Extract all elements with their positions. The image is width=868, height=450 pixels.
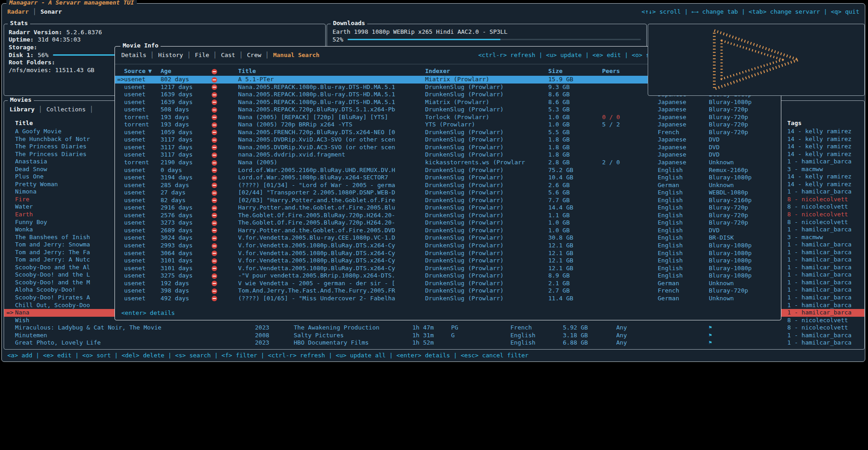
tab-history[interactable]: History [158,52,183,58]
release-row[interactable]: usenet2916 daysHarry.Potter.and.the.Gobl… [115,204,781,212]
release-quality: WEBDL-1080p [709,189,781,197]
release-title: Nana.2005.DVDRip.XviD.AC3-SVO (or other … [238,144,425,152]
tab-crew[interactable]: Crew [247,52,261,58]
movie-quality-profile: Any [616,324,709,332]
release-row[interactable]: usenet508 daysNana.2005.REPACK.720p.BluR… [115,106,781,114]
app-title: Managarr - A Servarr management TUI [6,0,137,6]
movie-studio: The Awakening Production [294,324,412,332]
bottom-keybindings: <a> add | <e> edit | <o> sort | <del> de… [7,352,529,359]
release-row[interactable]: usenet3194 daysLord.of.War.2005.1080p.Bl… [115,174,781,182]
movie-tags: 1 - hamilcar_barca [787,286,864,294]
tab-details[interactable]: Details [121,52,146,58]
release-row[interactable]: usenet3101 daysV.for.Vendetta.2005.1080p… [115,257,781,265]
column-indexer[interactable]: Indexer [425,68,548,75]
release-row[interactable]: torrent2190 daysNana (2005)kickasstorren… [115,159,781,167]
release-row[interactable]: usenet2689 daysHarry.Potter.and.the.Gobl… [115,227,781,235]
release-quality: Bluray-720p [709,287,781,295]
release-row[interactable]: usenet3273 daysThe.Goblet.Of.Fire.2005.B… [115,219,781,227]
library-row[interactable]: Miraculous: Ladybug & Cat Noir, The Movi… [4,324,864,332]
column-source[interactable]: Source▼ [124,68,161,75]
release-row[interactable]: usenet3064 daysV.for.Vendetta.2005.1080p… [115,250,781,257]
release-source: usenet [124,280,161,288]
movie-tags: 8 - nicolecolvett [787,211,864,219]
release-quality: Unknown [709,280,781,288]
release-source: usenet [124,295,161,303]
release-row[interactable]: usenet3024 daysV.for.Vendetta.2005.Blu-r… [115,234,781,242]
release-row[interactable]: usenet192 daysV wie Vendetta - 2005 - ge… [115,280,781,288]
movie-runtime: 1h 52m [412,339,451,347]
movie-year: 2023 [255,339,294,347]
release-row[interactable]: usenet3117 daysnana.2005.dvdrip.xvid.fra… [115,151,781,159]
release-quality: Bluray-1080p [709,265,781,272]
release-row[interactable]: usenet1639 daysNana.2005.REPACK.1080p.Bl… [115,99,781,106]
column-size[interactable]: Size [548,68,602,75]
release-language: English [658,250,709,257]
column-age[interactable]: Age [161,68,212,75]
tab-collections[interactable]: Collections [47,106,86,113]
library-row[interactable]: Minutemen2008Salty Pictures1h 31mGEnglis… [4,332,864,340]
release-indexer: DrunkenSlug (Prowlarr) [425,280,548,288]
release-row[interactable]: torrent193 daysNana (2005) 720p BRRip x2… [115,121,781,129]
release-indexer: DrunkenSlug (Prowlarr) [425,204,548,212]
release-age: 1639 days [161,91,212,99]
release-rejection [212,257,238,265]
selection-marker: => [4,309,15,317]
release-title: A 5.1-PTer [238,76,425,84]
release-rejection [212,189,238,197]
release-age: 802 days [161,76,212,84]
library-row[interactable]: Great Photo, Lovely Life2023HBO Document… [4,339,864,347]
release-quality: Bluray-720p [709,204,781,212]
release-row[interactable]: usenet27 days[02/44] "Transporter 2.2005… [115,189,781,197]
release-source: torrent [124,159,161,167]
release-row[interactable]: torrent193 daysNana (2005) [REPACK] [720… [115,114,781,121]
release-row[interactable]: usenet2993 daysV.for.Vendetta.2005.1080p… [115,242,781,250]
movie-tags: 14 - kelly ramirez [787,143,864,151]
download-progress-gauge [348,39,641,40]
release-row[interactable]: usenet492 days(????) [01/65] - "Miss Und… [115,295,781,303]
release-age: 3273 days [161,219,212,227]
movie-tags: 1 - hamilcar_barca [787,302,864,309]
top-keybindings: <↑↓> scroll | ←→ change tab | <tab> chan… [642,8,859,15]
release-row[interactable]: usenet3101 daysV.for.Vendetta.2005.1080p… [115,265,781,272]
release-row[interactable]: usenet3275 days-"V pour vendetta.2005.BR… [115,272,781,280]
release-age: 193 days [161,121,212,129]
release-language: Japanese [658,106,709,114]
tab-radarr[interactable]: Radarr [7,8,29,15]
tab-library[interactable]: Library [10,106,35,113]
release-size: 12.1 GB [548,257,602,265]
release-row[interactable]: usenet0 daysLord.of.War.2005.2160p.BluRa… [115,167,781,174]
rejection-icon [212,251,217,256]
release-language: English [658,265,709,272]
tab-sonarr[interactable]: Sonarr [41,8,62,15]
release-indexer: DrunkenSlug (Prowlarr) [425,167,548,174]
release-source: usenet [124,287,161,295]
release-rejection [212,114,238,121]
release-title: Nana.2005.REPACK.1080p.Blu-ray.DTS-HD.MA… [238,99,425,106]
release-row[interactable]: usenet3117 daysNana.2005.DVDRip.XviD.AC3… [115,136,781,144]
release-indexer: DrunkenSlug (Prowlarr) [425,129,548,136]
release-title: Nana.2005.FRENCH.720p.BluRay.DTS.x264-NE… [238,129,425,136]
servarr-tabs: Radarr│Sonarr [7,8,62,15]
release-age: 3101 days [161,265,212,272]
release-row[interactable]: usenet82 days[02/83] "Harry.Potter.and.t… [115,197,781,204]
release-title: [02/44] "Transporter 2.2005.1080P.DSNP.W… [238,189,425,197]
tab-file[interactable]: File [195,52,209,58]
tab-cast[interactable]: Cast [221,52,235,58]
release-row[interactable]: usenet398 daysTom.And.Jerry.The.Fast.And… [115,287,781,295]
movie-tags: 1 - hamilcar_barca [787,264,864,272]
rejection-icon [212,130,217,135]
release-row[interactable]: usenet285 days(????) [01/34] - "Lord of … [115,182,781,189]
release-row[interactable]: usenet3117 daysNana.2005.DVDRip.XviD.AC3… [115,144,781,152]
release-row[interactable]: usenet2576 daysThe.Goblet.Of.Fire.2005.B… [115,212,781,220]
release-size: 75.2 GB [548,167,602,174]
release-rejection [212,84,238,91]
tab-manual-search[interactable]: Manual Search [273,52,320,58]
movie-tags: 1 - hamilcar_barca [787,309,864,317]
release-source: usenet [124,129,161,136]
movie-runtime: 1h 47m [412,324,451,332]
movie-tags: 1 - hamilcar_barca [787,279,864,287]
column-release-title[interactable]: Title [238,68,425,75]
rejection-icon [212,190,217,196]
release-row[interactable]: usenet1059 daysNana.2005.FRENCH.720p.Blu… [115,129,781,136]
release-indexer: DrunkenSlug (Prowlarr) [425,189,548,197]
